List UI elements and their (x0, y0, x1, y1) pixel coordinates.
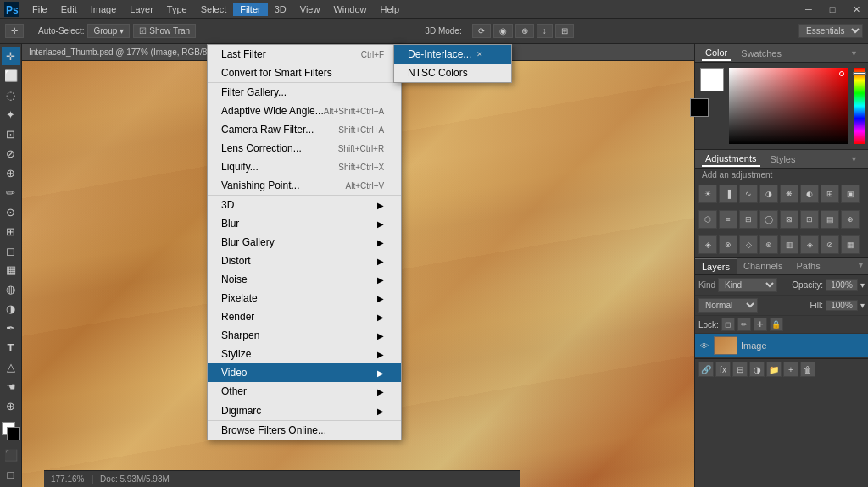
fill-input[interactable] (826, 300, 858, 311)
adj-levels[interactable]: ▐ (719, 185, 737, 203)
submenu-deinterlace[interactable]: De-Interlace... ✕ (394, 45, 511, 64)
minimize-button[interactable]: ─ (797, 0, 821, 19)
adj-colorlookup[interactable]: ⊟ (739, 210, 758, 229)
adj-gradientmap[interactable]: ▤ (821, 210, 839, 229)
adj-colorbalance[interactable]: ⊞ (821, 185, 839, 203)
pen-tool[interactable]: ✒ (2, 319, 20, 337)
filter-stylize[interactable]: Stylize ▶ (208, 345, 401, 363)
adj-photofilter[interactable]: ⬡ (698, 210, 717, 229)
menu-help[interactable]: Help (374, 3, 407, 16)
bg-color-swatch[interactable] (690, 98, 709, 117)
filter-sharpen[interactable]: Sharpen ▶ (208, 326, 401, 345)
background-color[interactable] (7, 427, 20, 440)
filter-blur-gallery[interactable]: Blur Gallery ▶ (208, 233, 401, 252)
tab-swatches[interactable]: Swatches (737, 47, 785, 60)
dodge-tool[interactable]: ◑ (2, 300, 20, 318)
layer-delete-btn[interactable]: 🗑 (800, 362, 815, 377)
filter-last-filter[interactable]: Last Filter Ctrl+F (208, 45, 401, 64)
3d-slide-btn[interactable]: ↕ (537, 24, 553, 38)
filter-convert-smart[interactable]: Convert for Smart Filters (208, 64, 401, 82)
filter-3d[interactable]: 3D ▶ (208, 196, 401, 214)
filter-gallery[interactable]: Filter Gallery... (208, 83, 401, 102)
menu-filter[interactable]: Filter (233, 3, 267, 16)
filter-lens-correction[interactable]: Lens Correction... Shift+Ctrl+R (208, 139, 401, 158)
filter-vanishing-point[interactable]: Vanishing Point... Alt+Ctrl+V (208, 176, 401, 195)
crop-tool[interactable]: ⊡ (2, 125, 20, 143)
menu-3d[interactable]: 3D (268, 3, 293, 16)
hand-tool[interactable]: ☚ (2, 378, 20, 396)
filter-blur[interactable]: Blur ▶ (208, 214, 401, 233)
adj-posterize[interactable]: ⊠ (780, 210, 798, 229)
filter-adaptive-wide[interactable]: Adaptive Wide Angle... Alt+Shift+Ctrl+A (208, 102, 401, 120)
menu-file[interactable]: File (25, 3, 54, 16)
adj-extra8[interactable]: ▦ (841, 235, 860, 254)
adj-curves[interactable]: ∿ (739, 185, 758, 203)
adj-extra7[interactable]: ⊘ (821, 235, 839, 254)
adj-bw[interactable]: ▣ (841, 185, 860, 203)
layer-mask-btn[interactable]: ⊟ (732, 362, 748, 377)
eraser-tool[interactable]: ◻ (2, 242, 20, 260)
move-tool-btn[interactable]: ✛ (5, 24, 24, 38)
adj-selectivecolor[interactable]: ⊕ (841, 210, 860, 229)
adj-extra3[interactable]: ◇ (739, 235, 758, 254)
quick-mask-btn[interactable]: ⬛ (2, 446, 20, 464)
adj-invert[interactable]: ◯ (760, 210, 778, 229)
zoom-tool[interactable]: ⊕ (2, 397, 20, 415)
layer-adj-btn[interactable]: ◑ (749, 362, 765, 377)
adj-hue[interactable]: ◐ (800, 185, 819, 203)
color-panel-collapse[interactable]: ▼ (847, 49, 861, 58)
filter-video[interactable]: Video ▶ (208, 363, 401, 382)
layer-row-image[interactable]: 👁 Image (695, 334, 868, 358)
lock-all-btn[interactable]: 🔒 (770, 318, 783, 331)
3d-scale-btn[interactable]: ⊞ (555, 24, 574, 38)
3d-rotate-btn[interactable]: ⟳ (472, 24, 491, 38)
adj-extra5[interactable]: ▥ (780, 235, 798, 254)
color-gradient[interactable] (729, 68, 848, 144)
3d-pan-btn[interactable]: ⊕ (515, 24, 534, 38)
wand-tool[interactable]: ✦ (2, 106, 20, 124)
opacity-chevron[interactable]: ▾ (860, 280, 865, 290)
menu-image[interactable]: Image (84, 3, 124, 16)
layer-new-btn[interactable]: + (783, 362, 798, 377)
tab-adjustments[interactable]: Adjustments (702, 152, 760, 167)
filter-liquify[interactable]: Liquify... Shift+Ctrl+X (208, 158, 401, 176)
clone-tool[interactable]: ⊙ (2, 203, 20, 221)
adj-extra4[interactable]: ⊛ (760, 235, 778, 254)
screen-mode-btn[interactable]: □ (2, 466, 20, 484)
layers-panel-collapse[interactable]: ▼ (854, 258, 868, 274)
filter-render[interactable]: Render ▶ (208, 307, 401, 326)
group-select-dropdown[interactable]: Group ▾ (87, 24, 130, 38)
heal-tool[interactable]: ⊕ (2, 164, 20, 182)
eyedropper-tool[interactable]: ⊘ (2, 145, 20, 163)
adj-extra2[interactable]: ⊗ (719, 235, 737, 254)
filter-pixelate[interactable]: Pixelate ▶ (208, 289, 401, 307)
shape-tool[interactable]: △ (2, 358, 20, 376)
adjustments-panel-collapse[interactable]: ▼ (847, 155, 861, 163)
lasso-tool[interactable]: ◌ (2, 86, 20, 104)
hue-slider-handle[interactable] (853, 72, 866, 75)
filter-noise[interactable]: Noise ▶ (208, 270, 401, 289)
show-transform-checkbox[interactable]: ☑ Show Tran (133, 24, 196, 38)
filter-other[interactable]: Other ▶ (208, 382, 401, 401)
filter-distort[interactable]: Distort ▶ (208, 252, 401, 270)
menu-layer[interactable]: Layer (123, 3, 160, 16)
layer-fx-btn[interactable]: fx (715, 362, 731, 377)
marquee-tool[interactable]: ⬜ (2, 67, 20, 85)
adj-exposure[interactable]: ◑ (760, 185, 778, 203)
layer-visibility-toggle[interactable]: 👁 (698, 340, 710, 351)
hue-slider[interactable] (854, 68, 865, 144)
color-picker-handle[interactable] (839, 71, 844, 76)
layer-kind-dropdown[interactable]: Kind (718, 278, 777, 292)
lock-move-btn[interactable]: ✛ (754, 318, 767, 331)
brush-tool[interactable]: ✏ (2, 184, 20, 202)
tab-color[interactable]: Color (702, 46, 731, 61)
blur-tool[interactable]: ◍ (2, 280, 20, 298)
lock-paint-btn[interactable]: ✏ (737, 318, 751, 331)
tab-layers[interactable]: Layers (695, 258, 737, 274)
text-tool[interactable]: T (2, 339, 20, 357)
tab-channels[interactable]: Channels (737, 258, 789, 274)
adj-extra6[interactable]: ◈ (800, 235, 819, 254)
filter-camera-raw[interactable]: Camera Raw Filter... Shift+Ctrl+A (208, 120, 401, 139)
layer-group-btn[interactable]: 📁 (766, 362, 782, 377)
tab-paths[interactable]: Paths (790, 258, 827, 274)
